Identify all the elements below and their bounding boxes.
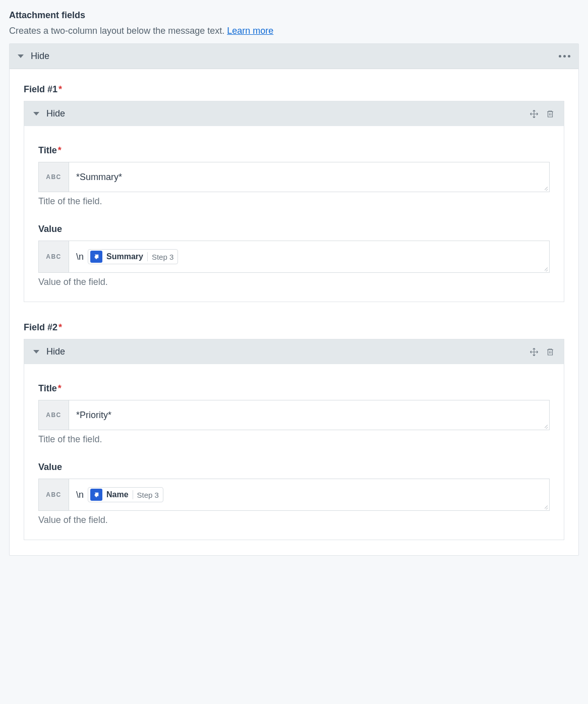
sub-panel-toggle[interactable]: Hide [33, 108, 65, 119]
section-description-text: Creates a two-column layout below the me… [9, 26, 227, 36]
title-input-wrap: ABC *Summary* [38, 162, 550, 192]
panel-toggle-label: Hide [31, 51, 49, 62]
value-help-text: Value of the field. [38, 515, 550, 525]
value-input[interactable]: \n Name [69, 479, 549, 510]
title-label: Title* [38, 145, 550, 156]
value-input-wrap: ABC \n S [38, 241, 550, 273]
token-divider [147, 252, 148, 261]
value-prefix-text: \n [76, 252, 84, 262]
required-marker: * [58, 84, 62, 94]
variable-token[interactable]: Summary Step 3 [88, 249, 178, 264]
sub-panel-body: Title* ABC *Priority* Title of the field… [24, 364, 564, 540]
learn-more-link[interactable]: Learn more [227, 26, 273, 36]
field-heading-text: Field #1 [24, 84, 57, 94]
sub-panel-body: Title* ABC *Summary* Title of the field.… [24, 126, 564, 302]
jira-icon [90, 489, 102, 501]
variable-token[interactable]: Name Step 3 [88, 487, 163, 502]
value-prefix-text: \n [76, 490, 84, 500]
sub-panel-toggle-label: Hide [46, 108, 65, 119]
title-form-group: Title* ABC *Priority* Title of the field… [38, 383, 550, 445]
title-form-group: Title* ABC *Summary* Title of the field. [38, 145, 550, 207]
panel-body: Field #1* Hide [10, 69, 578, 555]
panel-toggle[interactable]: Hide [18, 51, 49, 62]
token-name: Summary [106, 252, 143, 261]
section-description: Creates a two-column layout below the me… [9, 26, 579, 36]
chevron-down-icon [33, 350, 39, 354]
input-type-badge: ABC [39, 241, 69, 272]
field-heading: Field #2* [24, 322, 564, 333]
sub-panel-header: Hide [24, 339, 564, 364]
title-input-wrap: ABC *Priority* [38, 400, 550, 430]
input-type-badge: ABC [39, 162, 69, 192]
token-step: Step 3 [137, 491, 159, 499]
title-help-text: Title of the field. [38, 434, 550, 445]
more-options-icon[interactable] [559, 55, 570, 57]
required-marker: * [58, 383, 62, 393]
value-input-wrap: ABC \n N [38, 479, 550, 511]
field-block-2: Field #2* Hide [24, 322, 564, 540]
field-block-1: Field #1* Hide [24, 84, 564, 302]
section-title: Attachment fields [9, 10, 579, 21]
field-heading-text: Field #2 [24, 322, 57, 332]
required-marker: * [58, 322, 62, 332]
token-name: Name [106, 490, 129, 499]
required-marker: * [58, 145, 62, 155]
token-divider [133, 490, 133, 499]
title-input[interactable]: *Priority* [69, 400, 549, 430]
value-form-group: Value ABC \n [38, 224, 550, 287]
title-help-text: Title of the field. [38, 196, 550, 207]
value-label: Value [38, 462, 550, 473]
title-label-text: Title [38, 145, 57, 155]
sub-panel-toggle-label: Hide [46, 346, 65, 357]
value-label: Value [38, 224, 550, 234]
title-input[interactable]: *Summary* [69, 162, 549, 192]
panel-header: Hide [10, 44, 578, 69]
sub-panel-toggle[interactable]: Hide [33, 346, 65, 357]
input-type-badge: ABC [39, 479, 69, 510]
chevron-down-icon [33, 112, 39, 115]
field-sub-panel: Hide Title* [24, 339, 564, 540]
attachment-fields-panel: Hide Field #1* Hide [9, 43, 579, 556]
jira-icon [90, 251, 102, 263]
sub-panel-header: Hide [24, 101, 564, 126]
move-icon[interactable] [530, 347, 539, 357]
chevron-down-icon [18, 54, 24, 58]
token-step: Step 3 [152, 253, 173, 261]
field-heading: Field #1* [24, 84, 564, 95]
title-label-text: Title [38, 383, 57, 393]
trash-icon[interactable] [546, 347, 555, 357]
value-input[interactable]: \n Summary [69, 241, 549, 272]
field-sub-panel: Hide Title* [24, 101, 564, 302]
input-type-badge: ABC [39, 400, 69, 430]
value-help-text: Value of the field. [38, 277, 550, 287]
title-label: Title* [38, 383, 550, 394]
value-form-group: Value ABC \n [38, 462, 550, 525]
trash-icon[interactable] [546, 109, 555, 119]
move-icon[interactable] [530, 109, 539, 119]
